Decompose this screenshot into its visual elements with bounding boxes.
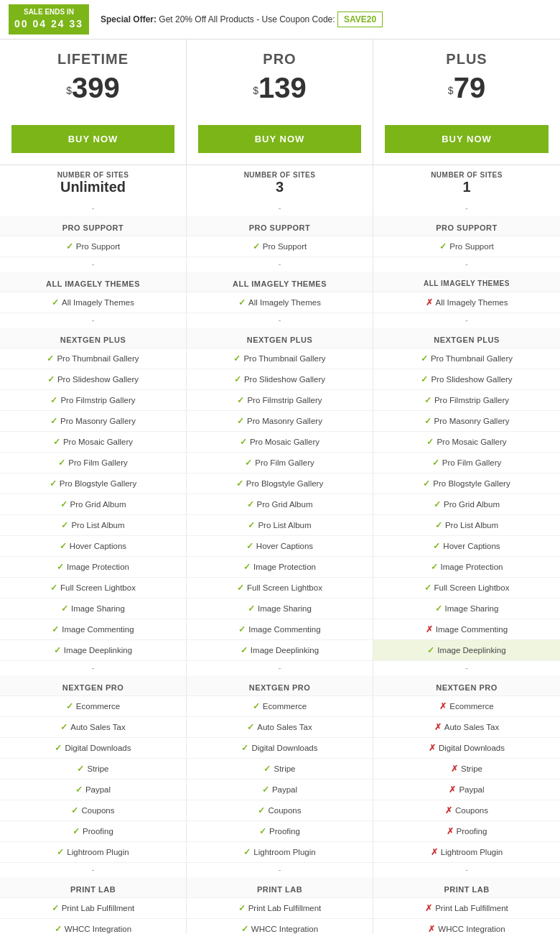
check-icon: ✓	[241, 924, 248, 934]
check-icon: ✓	[60, 541, 67, 551]
check-icon: ✓	[77, 764, 84, 774]
features_plus-cell-p0-i8: ✓ Pro List Album	[0, 515, 187, 535]
check-icon: ✓	[241, 743, 248, 753]
check-icon: ✓	[435, 520, 442, 530]
check-icon: ✓	[259, 826, 266, 836]
features_pro-cell-p1-i4: ✓ Paypal	[187, 780, 373, 800]
feature-label: Pro Slideshow Gallery	[57, 375, 139, 384]
features_pro-cell-p1-i7: ✓ Lightroom Plugin	[187, 842, 373, 862]
check-icon: ✓	[47, 353, 54, 364]
features_plus-cell-p0-i7: ✓ Pro Grid Album	[0, 494, 187, 514]
nextgen-plus-label-row: NEXTGEN PLUS NEXTGEN PLUS NEXTGEN PLUS	[0, 328, 560, 348]
feature-label: Digital Downloads	[251, 744, 317, 752]
features_pro-row-7: ✓ Lightroom Plugin✓ Lightroom Plugin✗ Li…	[0, 842, 560, 863]
feature-label: Coupons	[81, 806, 114, 815]
features_plus-cell-p0-i10: ✓ Image Protection	[0, 557, 187, 577]
features_plus-row-7: ✓ Pro Grid Album✓ Pro Grid Album✓ Pro Gr…	[0, 494, 560, 515]
features_plus-cell-p2-i6: ✓ Pro Blogstyle Gallery	[373, 473, 560, 494]
plan-name-pro: PRO	[192, 51, 367, 68]
price-symbol-lifetime: $	[66, 85, 72, 96]
feature-label: Pro Grid Album	[257, 500, 313, 509]
check-icon: ✓	[57, 847, 64, 857]
feature-label: WHCC Integration	[65, 925, 131, 933]
check-icon: ✓	[432, 458, 439, 468]
feature-label: Paypal	[459, 785, 484, 794]
feature-label: Pro Mosaic Gallery	[437, 438, 506, 446]
feature-label: Pro Slideshow Gallery	[431, 375, 512, 384]
check-icon: ✓	[55, 924, 62, 934]
feature-label: Image Sharing	[71, 604, 125, 613]
features_plus-row-12: ✓ Image Sharing✓ Image Sharing✓ Image Sh…	[0, 598, 560, 619]
features_plus-cell-p0-i2: ✓ Pro Filmstrip Gallery	[0, 390, 187, 410]
nextgen-plus-label-lifetime: NEXTGEN PLUS	[0, 328, 187, 348]
features_plus-cell-p1-i9: ✓ Hover Captions	[187, 536, 373, 556]
features_pro-cell-p0-i6: ✓ Proofing	[0, 821, 187, 841]
features_plus-cell-p2-i2: ✓ Pro Filmstrip Gallery	[373, 390, 560, 410]
nextgen-pro-label-pro: NEXTGEN PRO	[187, 675, 373, 695]
check-icon: ✓	[237, 416, 244, 426]
features_plus-row-1: ✓ Pro Slideshow Gallery✓ Pro Slideshow G…	[0, 369, 560, 390]
feature-label: Auto Sales Tax	[444, 723, 500, 731]
feature-label: Image Protection	[67, 563, 129, 571]
check-icon: ✓	[246, 541, 253, 551]
cross-icon: ✗	[439, 701, 447, 711]
features_plus-cell-p0-i9: ✓ Hover Captions	[0, 536, 187, 556]
buy-now-button-pro[interactable]: BUY NOW	[198, 125, 361, 153]
check-icon: ✓	[243, 847, 251, 857]
sites-cell-plus: NUMBER OF SITES 1	[373, 165, 560, 201]
feature-label: Pro Filmstrip Gallery	[434, 396, 509, 404]
feature-label: Pro Grid Album	[70, 500, 126, 509]
features_plus-cell-p2-i10: ✓ Image Protection	[373, 557, 560, 577]
coupon-code[interactable]: SAVE20	[337, 11, 383, 27]
check-icon: ✓	[237, 583, 244, 593]
sites-label-pro: NUMBER OF SITES	[190, 171, 370, 179]
top-bar: SALE ENDS IN 00 04 24 33 Special Offer: …	[0, 0, 560, 40]
features_pro-row-0: ✓ Ecommerce✓ Ecommerce✗ Ecommerce	[0, 696, 560, 717]
feature-label: Pro List Album	[258, 521, 311, 530]
all-themes-item-row: ✓ All Imagely Themes ✓ All Imagely Theme…	[0, 292, 560, 313]
features_print-cell-p2-i0: ✗ Print Lab Fulfillment	[373, 898, 560, 918]
features_pro-cell-p1-i2: ✓ Digital Downloads	[187, 738, 373, 758]
features_plus-row-9: ✓ Hover Captions✓ Hover Captions✓ Hover …	[0, 536, 560, 557]
feature-label: Lightroom Plugin	[253, 848, 315, 856]
sale-badge: SALE ENDS IN 00 04 24 33	[9, 4, 89, 34]
check-icon: ✓	[263, 764, 271, 774]
feature-label: Pro Grid Album	[444, 500, 500, 509]
feature-label: Auto Sales Tax	[257, 723, 312, 731]
buy-now-button-plus[interactable]: BUY NOW	[385, 125, 549, 153]
feature-label: Full Screen Lightbox	[60, 583, 136, 592]
features_plus-cell-p0-i3: ✓ Pro Masonry Gallery	[0, 411, 187, 431]
feature-label: Ecommerce	[449, 702, 493, 711]
check-icon: ✓	[431, 562, 438, 572]
features_plus-row-3: ✓ Pro Masonry Gallery✓ Pro Masonry Galle…	[0, 411, 560, 432]
feature-label: Coupons	[268, 806, 301, 815]
buy-now-button-lifetime[interactable]: BUY NOW	[11, 125, 174, 153]
feature-label: Stripe	[461, 764, 482, 773]
feature-label: Print Lab Fulfillment	[435, 904, 508, 912]
price-symbol-plus: $	[448, 85, 454, 96]
check-icon: ✓	[424, 583, 431, 593]
features_pro-cell-p0-i4: ✓ Paypal	[0, 780, 187, 800]
features_pro-cell-p1-i6: ✓ Proofing	[187, 821, 373, 841]
plan-name-plus: PLUS	[379, 51, 554, 68]
feature-label: Pro Blogstyle Gallery	[246, 479, 323, 488]
features_plus-cell-p2-i9: ✓ Hover Captions	[373, 536, 560, 556]
features_pro-row-2: ✓ Digital Downloads✓ Digital Downloads✗ …	[0, 738, 560, 759]
check-icon: ✓	[245, 458, 252, 468]
cross-icon: ✗	[434, 722, 442, 732]
nextgen-plus-label-plus: NEXTGEN PLUS	[373, 328, 560, 348]
dash-1: -	[0, 201, 187, 216]
check-icon: ✓	[421, 353, 428, 364]
check-icon: ✓	[262, 785, 269, 795]
pro-support-label-lifetime: PRO SUPPORT	[0, 216, 187, 236]
features_plus-cell-p2-i7: ✓ Pro Grid Album	[373, 494, 560, 514]
features_plus-row-14: ✓ Image Deeplinking✓ Image Deeplinking✓ …	[0, 640, 560, 661]
features_plus-cell-p1-i0: ✓ Pro Thumbnail Gallery	[187, 348, 373, 369]
features_plus-cell-p1-i2: ✓ Pro Filmstrip Gallery	[187, 390, 373, 410]
features_plus-cell-p0-i11: ✓ Full Screen Lightbox	[0, 578, 187, 598]
features_pro-cell-p1-i3: ✓ Stripe	[187, 759, 373, 779]
features_print-cell-p2-i1: ✗ WHCC Integration	[373, 919, 560, 934]
check-icon: ✓	[435, 604, 442, 614]
features_print-cell-p1-i0: ✓ Print Lab Fulfillment	[187, 898, 373, 918]
feature-label: Digital Downloads	[65, 744, 131, 752]
